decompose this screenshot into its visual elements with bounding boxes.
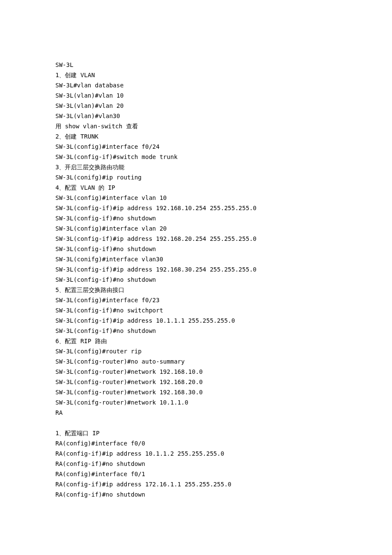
config-line: RA(config)#interface f0/0: [55, 438, 337, 448]
config-line: SW-3L(config-router)#network 192.168.20.…: [55, 377, 337, 387]
config-line: SW-3L(config-if)#ip address 10.1.1.1 255…: [55, 315, 337, 326]
config-line: 2、创建 TRUNK: [55, 131, 337, 142]
config-line: SW-3L#vlan database: [55, 80, 337, 90]
config-line: SW-3L(config-router)#no auto-summary: [55, 356, 337, 367]
config-line: 1、创建 VLAN: [55, 70, 337, 80]
config-line: RA(config-if)#ip address 10.1.1.2 255.25…: [55, 448, 337, 459]
config-line: SW-3L(conifg)#ip routing: [55, 172, 337, 182]
config-line: SW-3L(config-if)#no shutdown: [55, 275, 337, 285]
config-line: 5、配置三层交换路由接口: [55, 285, 337, 295]
config-line: SW-3L(vlan)#vlan30: [55, 111, 337, 121]
blank-line: [55, 418, 337, 428]
config-line: SW-3L(config)#interface f0/23: [55, 295, 337, 305]
config-line: SW-3L(config-if)#switch mode trunk: [55, 152, 337, 162]
config-line: RA(config-if)#no shutdown: [55, 489, 337, 500]
config-line: SW-3L(conifg-router)#network 10.1.1.0: [55, 397, 337, 408]
config-line: SW-3L(config)#router rip: [55, 346, 337, 356]
config-line: SW-3L(config-if)#no shutdown: [55, 244, 337, 254]
config-line: 1、配置端口 IP: [55, 428, 337, 438]
document-content: SW-3L1、创建 VLANSW-3L#vlan databaseSW-3L(v…: [55, 60, 337, 500]
config-line: SW-3L(config)#interface vlan 20: [55, 223, 337, 234]
config-line: 4、配置 VLAN 的 IP: [55, 182, 337, 193]
config-line: RA(config-if)#ip address 172.16.1.1 255.…: [55, 479, 337, 489]
config-line: SW-3L(config-if)#ip address 192.168.20.2…: [55, 234, 337, 244]
config-line: RA(config)#interface f0/1: [55, 469, 337, 479]
config-line: SW-3L(config)#interface vlan 10: [55, 193, 337, 203]
document-page: SW-3L1、创建 VLANSW-3L#vlan databaseSW-3L(v…: [0, 0, 337, 500]
config-line: SW-3L(config-router)#network 192.168.10.…: [55, 367, 337, 377]
config-line: 用 show vlan-switch 查看: [55, 121, 337, 131]
config-line: SW-3L: [55, 60, 337, 70]
config-line: SW-3L(config-router)#network 192.168.30.…: [55, 387, 337, 397]
config-line: SW-3L(config-if)#ip address 192.168.30.2…: [55, 264, 337, 275]
config-line: RA: [55, 408, 337, 418]
config-line: SW-3L(config-if)#no shutdown: [55, 326, 337, 336]
config-line: SW-3L(config-if)#no shutdown: [55, 213, 337, 223]
config-line: SW-3L(config-if)#ip address 192.168.10.2…: [55, 203, 337, 213]
config-line: SW-3L(config-if)#no switchport: [55, 305, 337, 315]
config-line: RA(config-if)#no shutdown: [55, 459, 337, 469]
config-line: SW-3L(vlan)#vlan 10: [55, 90, 337, 101]
config-line: SW-3L(conifg)#interface vlan30: [55, 254, 337, 264]
config-line: SW-3L(config)#interface f0/24: [55, 142, 337, 152]
config-line: 3、开启三层交换路由功能: [55, 162, 337, 172]
config-line: 6、配置 RIP 路由: [55, 336, 337, 346]
config-line: SW-3L(vlan)#vlan 20: [55, 101, 337, 111]
